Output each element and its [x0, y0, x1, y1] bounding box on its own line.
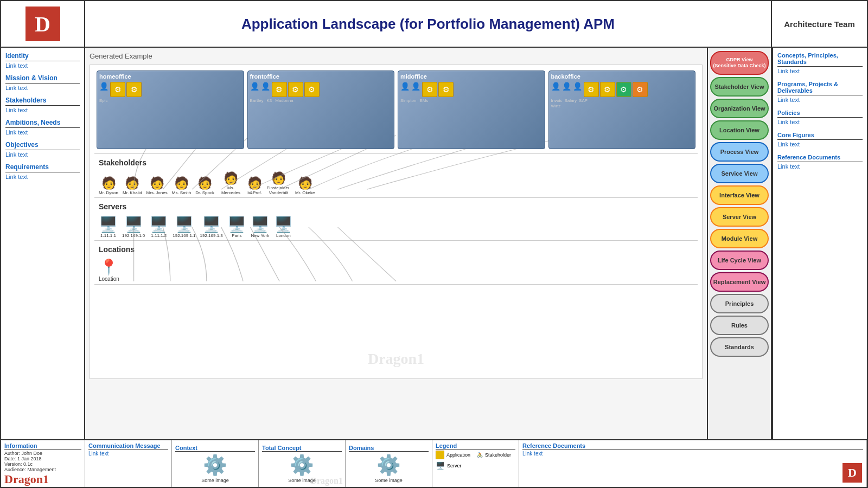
- view-btn-location[interactable]: Location View: [710, 120, 769, 140]
- app-icon: [422, 82, 437, 97]
- stakeholder-figure: 🧑: [224, 171, 238, 185]
- stakeholder-name: Mrs. Jones: [146, 190, 168, 195]
- left-sidebar: Identity Link text Mission & Vision Link…: [1, 48, 85, 439]
- sidebar-link-objectives[interactable]: Link text: [5, 151, 80, 158]
- office-midoffice: midoffice 👤 👤 SimptonEMs: [398, 70, 545, 149]
- stakeholder-item: 🧑 Ms. Smith: [172, 176, 192, 195]
- office-backoffice-icons: 👤 👤 👤: [551, 82, 693, 97]
- office-sublabels: SimptonEMs: [400, 98, 542, 103]
- view-btn-stakeholder[interactable]: Stakeholder View: [710, 77, 769, 97]
- stakeholder-item: 🧑 Dr. Spock: [195, 176, 214, 195]
- server-item: 🖥️ Paris: [227, 215, 246, 238]
- office-frontoffice-icons: 👤 👤: [250, 82, 392, 97]
- far-right-link-concepts[interactable]: Link text: [777, 68, 863, 74]
- watermark-small: Dragon1: [310, 476, 343, 486]
- footer-ref-title: Reference Documents: [522, 442, 863, 450]
- stakeholder-item: 🧑 Mr. Dyson: [99, 176, 118, 195]
- offices-section: homeoffice 👤 Epic frontoffice 👤: [94, 69, 698, 154]
- view-btn-module[interactable]: Module View: [710, 229, 769, 248]
- context-image-label: Some image: [201, 478, 229, 483]
- view-btn-server[interactable]: Server View: [710, 207, 769, 227]
- legend-app-label: Application: [446, 452, 470, 458]
- location-name: Location: [99, 276, 119, 282]
- footer-info-title: Information: [4, 442, 81, 450]
- sidebar-link-requirements[interactable]: Link text: [5, 174, 80, 180]
- domains-image-label: Some image: [375, 478, 403, 483]
- location-item: 📍 Location: [99, 258, 119, 282]
- diagram-area: homeoffice 👤 Epic frontoffice 👤: [90, 65, 703, 379]
- view-btn-interface[interactable]: Interface View: [710, 185, 769, 205]
- footer-logo-letter: D: [848, 466, 857, 480]
- app-icon: [633, 82, 648, 97]
- stakeholders-row: 🧑 Mr. Dyson 🧑 Mr. Khalid 🧑 Mrs. Jones: [97, 169, 695, 197]
- sidebar-section-mission: Mission & Vision Link text: [5, 74, 80, 91]
- server-figure: 🖥️: [175, 215, 194, 233]
- server-name: New York: [251, 233, 269, 238]
- sidebar-link-ambitions[interactable]: Link text: [5, 129, 80, 136]
- sidebar-link-stakeholders[interactable]: Link text: [5, 107, 80, 113]
- far-right-title-programs: Programs, Projects & Deliverables: [777, 81, 863, 95]
- legend-stakeholder-icon: 🚴: [477, 452, 483, 458]
- team-label: Architecture Team: [784, 20, 855, 29]
- person-icon: 👤: [562, 82, 572, 92]
- stakeholder-figure: 🧑: [271, 171, 286, 185]
- view-btn-replacement[interactable]: Replacement View: [710, 272, 769, 292]
- footer-ref-link[interactable]: Link text: [522, 451, 863, 457]
- stakeholder-item: 🧑 Mrs. Jones: [146, 176, 168, 195]
- person-icon: 👤: [400, 82, 410, 92]
- far-right-section-refdocs: Reference Documents Link text: [777, 154, 863, 170]
- header-title: Application Landscape (for Portfolio Man…: [85, 1, 772, 47]
- office-frontoffice-label: frontoffice: [250, 73, 392, 80]
- servers-section: Servers 🖥️ 1.11.1.1 🖥️ 192.169.1.0 🖥️: [94, 198, 698, 241]
- view-btn-rules[interactable]: Rules: [710, 316, 769, 335]
- far-right-link-policies[interactable]: Link text: [777, 119, 863, 125]
- office-backoffice-label: backoffice: [551, 73, 693, 80]
- far-right-section-programs: Programs, Projects & Deliverables Link t…: [777, 81, 863, 103]
- office-homeoffice-icons: 👤: [99, 82, 241, 97]
- view-btn-standards[interactable]: Standards: [710, 337, 769, 357]
- stakeholder-figure: 🧑: [298, 176, 312, 190]
- far-right-link-programs[interactable]: Link text: [777, 97, 863, 103]
- server-figure: 🖥️: [124, 215, 143, 233]
- stakeholder-figure: 🧑: [174, 176, 189, 190]
- app-icon: [600, 82, 615, 97]
- far-right-section-policies: Policies Link text: [777, 110, 863, 125]
- view-btn-process[interactable]: Process View: [710, 142, 769, 162]
- stakeholders-section-label: Stakeholders: [99, 158, 695, 167]
- server-item: 🖥️ 192.169.1.0: [122, 215, 145, 238]
- sidebar-link-identity[interactable]: Link text: [5, 62, 80, 69]
- sidebar-title-stakeholders: Stakeholders: [5, 97, 80, 106]
- sidebar-section-objectives: Objectives Link text: [5, 141, 80, 158]
- sidebar-link-mission[interactable]: Link text: [5, 85, 80, 91]
- footer-communication: Communication Message Link text: [85, 440, 172, 487]
- view-btn-lifecycle[interactable]: Life Cycle View: [710, 251, 769, 270]
- person-icon: 👤: [411, 82, 421, 92]
- server-name: 192.169.1.1: [173, 233, 195, 238]
- app-icon: [584, 82, 599, 97]
- logo-box: D: [25, 7, 60, 41]
- view-btn-organization[interactable]: Organization View: [710, 99, 769, 118]
- footer: Information Author: John Doe Date: 1 Jan…: [0, 440, 868, 488]
- legend-server-label: Server: [447, 463, 462, 468]
- stakeholder-item: 🧑 EinsteinMrs. Vanderbilt: [266, 171, 291, 195]
- sidebar-title-identity: Identity: [5, 52, 80, 61]
- view-btn-principles[interactable]: Principles: [710, 294, 769, 313]
- office-sublabel: Epic: [99, 98, 241, 103]
- stakeholder-item: 🧑 Ms. Mercedes: [219, 171, 243, 195]
- stakeholder-figure: 🧑: [150, 176, 164, 190]
- locations-section: Locations 📍 Location: [94, 241, 698, 285]
- office-homeoffice-label: homeoffice: [99, 73, 241, 80]
- far-right-link-refdocs[interactable]: Link text: [777, 163, 863, 170]
- far-right-title-concepts: Concepts, Principles, Standards: [777, 52, 863, 67]
- footer-author: Author: John Doe: [4, 451, 81, 456]
- stakeholder-item: 🧑 b&Prof.: [247, 176, 262, 195]
- legend-server-row: 🖥️ Server: [436, 461, 515, 470]
- footer-dragon1-red-logo: D: [843, 463, 862, 483]
- far-right-section-core: Core Figures Link text: [777, 132, 863, 147]
- view-btn-service[interactable]: Service View: [710, 164, 769, 183]
- far-right-link-core[interactable]: Link text: [777, 141, 863, 147]
- footer-comm-link[interactable]: Link text: [88, 451, 168, 457]
- view-btn-gdpr[interactable]: GDPR View(Sensitive Data Check): [710, 51, 769, 75]
- sidebar-title-ambitions: Ambitions, Needs: [5, 119, 80, 128]
- watermark: Dragon1: [368, 350, 424, 368]
